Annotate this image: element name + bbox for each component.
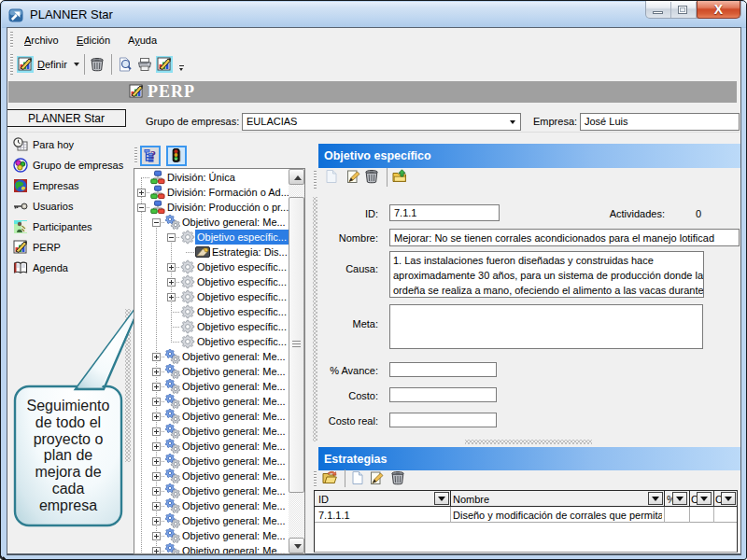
svg-text:?: ? (150, 148, 156, 161)
